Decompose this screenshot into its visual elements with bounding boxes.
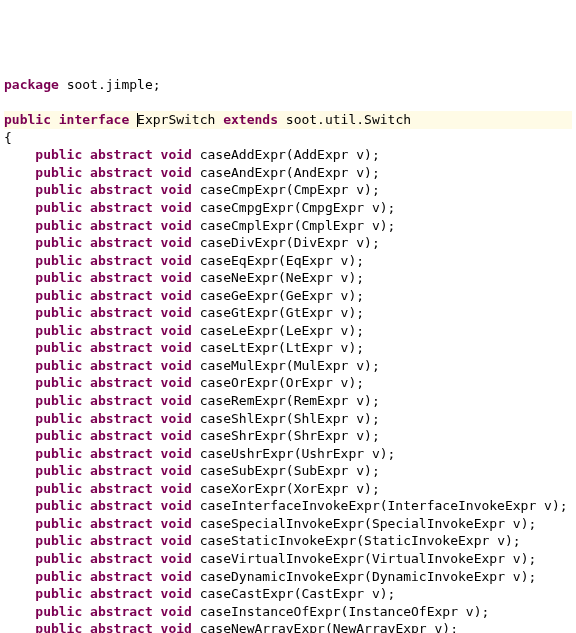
method-name: caseInstanceOfExpr xyxy=(200,604,341,619)
param-name: v xyxy=(341,305,349,320)
param-type: SubExpr xyxy=(294,463,349,478)
package-name: soot.jimple xyxy=(67,77,153,92)
param-type: GeExpr xyxy=(286,288,333,303)
keyword-public: public xyxy=(35,147,82,162)
method-name: caseStaticInvokeExpr xyxy=(200,533,357,548)
method-name: caseUshrExpr xyxy=(200,446,294,461)
keyword-public: public xyxy=(35,323,82,338)
param-name: v xyxy=(372,586,380,601)
keyword-abstract: abstract xyxy=(90,218,153,233)
keyword-public: public xyxy=(35,446,82,461)
param-type: DynamicInvokeExpr xyxy=(372,569,505,584)
method-name: caseCmpExpr xyxy=(200,182,286,197)
param-name: v xyxy=(356,481,364,496)
method-name: caseGeExpr xyxy=(200,288,278,303)
param-type: SpecialInvokeExpr xyxy=(372,516,505,531)
keyword-public: public xyxy=(35,253,82,268)
keyword-public: public xyxy=(35,569,82,584)
keyword-void: void xyxy=(161,481,192,496)
keyword-public: public xyxy=(35,182,82,197)
keyword-void: void xyxy=(161,516,192,531)
keyword-public: public xyxy=(35,375,82,390)
keyword-public: public xyxy=(35,288,82,303)
keyword-public: public xyxy=(35,621,82,633)
keyword-public: public xyxy=(35,604,82,619)
param-name: v xyxy=(341,323,349,338)
code-editor[interactable]: package soot.jimple; public interface Ex… xyxy=(4,76,572,633)
semicolon: ; xyxy=(356,323,364,338)
method-name: caseShrExpr xyxy=(200,428,286,443)
semicolon: ; xyxy=(388,446,396,461)
semicolon: ; xyxy=(372,358,380,373)
method-name: caseShlExpr xyxy=(200,411,286,426)
method-name: caseXorExpr xyxy=(200,481,286,496)
keyword-public: public xyxy=(35,340,82,355)
semicolon: ; xyxy=(356,288,364,303)
param-type: AddExpr xyxy=(294,147,349,162)
param-type: GtExpr xyxy=(286,305,333,320)
method-name: caseRemExpr xyxy=(200,393,286,408)
keyword-void: void xyxy=(161,604,192,619)
keyword-void: void xyxy=(161,428,192,443)
keyword-abstract: abstract xyxy=(90,305,153,320)
param-name: v xyxy=(466,604,474,619)
param-name: v xyxy=(513,551,521,566)
keyword-interface: interface xyxy=(59,112,129,127)
method-name: caseLtExpr xyxy=(200,340,278,355)
keyword-abstract: abstract xyxy=(90,235,153,250)
semicolon: ; xyxy=(372,393,380,408)
semicolon: ; xyxy=(356,305,364,320)
keyword-abstract: abstract xyxy=(90,358,153,373)
semicolon: ; xyxy=(356,253,364,268)
param-name: v xyxy=(356,147,364,162)
semicolon: ; xyxy=(372,147,380,162)
param-type: CmplExpr xyxy=(301,218,364,233)
keyword-abstract: abstract xyxy=(90,165,153,180)
keyword-void: void xyxy=(161,569,192,584)
keyword-abstract: abstract xyxy=(90,569,153,584)
param-type: InstanceOfExpr xyxy=(348,604,458,619)
keyword-void: void xyxy=(161,498,192,513)
keyword-public: public xyxy=(35,165,82,180)
method-name: caseNewArrayExpr xyxy=(200,621,325,633)
param-type: ShrExpr xyxy=(294,428,349,443)
keyword-void: void xyxy=(161,621,192,633)
keyword-public: public xyxy=(35,551,82,566)
keyword-abstract: abstract xyxy=(90,481,153,496)
semicolon: ; xyxy=(372,165,380,180)
param-name: v xyxy=(356,411,364,426)
semicolon: ; xyxy=(356,375,364,390)
method-name: caseNeExpr xyxy=(200,270,278,285)
keyword-package: package xyxy=(4,77,59,92)
keyword-abstract: abstract xyxy=(90,604,153,619)
param-type: EqExpr xyxy=(286,253,333,268)
param-name: v xyxy=(372,446,380,461)
param-type: LeExpr xyxy=(286,323,333,338)
keyword-void: void xyxy=(161,235,192,250)
semicolon: ; xyxy=(528,516,536,531)
keyword-abstract: abstract xyxy=(90,147,153,162)
method-name: caseLeExpr xyxy=(200,323,278,338)
param-type: MulExpr xyxy=(294,358,349,373)
param-name: v xyxy=(341,253,349,268)
keyword-public: public xyxy=(35,463,82,478)
param-type: CastExpr xyxy=(301,586,364,601)
keyword-abstract: abstract xyxy=(90,323,153,338)
param-name: v xyxy=(372,218,380,233)
param-name: v xyxy=(435,621,443,633)
method-name: caseSubExpr xyxy=(200,463,286,478)
keyword-void: void xyxy=(161,270,192,285)
semicolon: ; xyxy=(450,621,458,633)
param-name: v xyxy=(341,270,349,285)
keyword-void: void xyxy=(161,375,192,390)
semicolon: ; xyxy=(388,586,396,601)
param-name: v xyxy=(356,182,364,197)
keyword-abstract: abstract xyxy=(90,533,153,548)
param-name: v xyxy=(513,516,521,531)
keyword-void: void xyxy=(161,147,192,162)
keyword-abstract: abstract xyxy=(90,340,153,355)
keyword-void: void xyxy=(161,533,192,548)
method-name: caseDynamicInvokeExpr xyxy=(200,569,364,584)
keyword-public: public xyxy=(35,481,82,496)
semicolon: ; xyxy=(356,270,364,285)
